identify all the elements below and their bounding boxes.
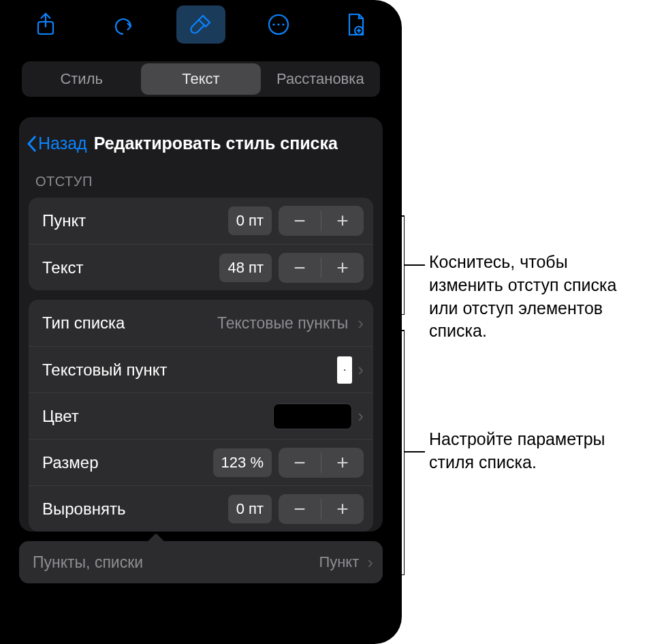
chevron-right-icon: ›: [352, 313, 364, 334]
align-value[interactable]: 0 пт: [228, 495, 272, 523]
callout-leader: [405, 264, 425, 266]
style-group: Тип списка Текстовые пункты › Текстовый …: [29, 300, 373, 532]
text-indent-value[interactable]: 48 пт: [219, 254, 272, 282]
top-toolbar: [0, 0, 402, 49]
list-type-row[interactable]: Тип списка Текстовые пункты ›: [29, 300, 373, 346]
list-type-label: Тип списка: [42, 313, 217, 333]
align-increase[interactable]: +: [321, 494, 364, 524]
align-label: Выровнять: [42, 500, 228, 519]
callout-bracket: [392, 330, 405, 575]
indent-annotation: Коснитесь, чтобы изменить отступ списка …: [429, 251, 633, 343]
back-label: Назад: [38, 134, 87, 153]
bullet-indent-value[interactable]: 0 пт: [228, 206, 272, 235]
tab-text[interactable]: Текст: [141, 70, 260, 88]
document-settings-button[interactable]: [332, 5, 381, 44]
edit-list-style-panel: Назад Редактировать стиль списка ОТСТУП …: [19, 117, 383, 532]
bullets-lists-value: Пункт: [319, 553, 359, 571]
bullet-indent-decrease[interactable]: −: [279, 206, 321, 236]
indent-group: Пункт 0 пт − + Текст 48 пт − +: [29, 198, 373, 290]
align-decrease[interactable]: −: [279, 494, 321, 524]
text-bullet-label: Текстовый пункт: [42, 361, 337, 380]
color-label: Цвет: [42, 407, 273, 426]
panel-title: Редактировать стиль списка: [94, 134, 338, 153]
format-button[interactable]: [176, 5, 225, 44]
text-indent-increase[interactable]: +: [321, 253, 364, 283]
chevron-right-icon: ›: [362, 552, 373, 573]
align-stepper: − +: [279, 494, 364, 524]
indent-section-label: ОТСТУП: [19, 168, 383, 195]
chevron-right-icon: ›: [352, 405, 364, 427]
color-row[interactable]: Цвет ›: [29, 393, 373, 439]
text-bullet-row[interactable]: Текстовый пункт · ›: [29, 346, 373, 393]
svg-point-4: [282, 23, 284, 25]
size-value[interactable]: 123 %: [213, 448, 272, 477]
share-button[interactable]: [21, 5, 70, 44]
tab-layout[interactable]: Расстановка: [261, 70, 380, 88]
text-bullet-glyph-swatch: ·: [337, 356, 352, 384]
svg-point-3: [277, 23, 279, 25]
text-indent-stepper: − +: [279, 253, 364, 283]
style-annotation: Настройте параметры стиля списка.: [429, 428, 633, 474]
undo-button[interactable]: [99, 5, 148, 44]
size-increase[interactable]: +: [321, 448, 364, 478]
callout-leader: [405, 451, 425, 453]
text-indent-decrease[interactable]: −: [279, 253, 321, 283]
bullets-lists-row[interactable]: Пункты, списки Пункт ›: [19, 541, 383, 583]
bullet-indent-increase[interactable]: +: [321, 206, 364, 236]
segmented-control: Стиль Текст Расстановка: [22, 61, 380, 97]
bullet-indent-label: Пункт: [42, 211, 228, 230]
size-decrease[interactable]: −: [279, 448, 321, 478]
chevron-right-icon: ›: [352, 359, 364, 380]
tab-style[interactable]: Стиль: [22, 70, 141, 88]
bullet-indent-stepper: − +: [279, 206, 364, 236]
back-button[interactable]: Назад: [26, 134, 87, 153]
size-stepper: − +: [279, 448, 364, 478]
size-label: Размер: [42, 453, 213, 472]
callout-bracket: [392, 215, 405, 315]
bullets-lists-label: Пункты, списки: [33, 553, 319, 572]
svg-point-2: [272, 23, 274, 25]
list-type-value: Текстовые пункты: [217, 314, 348, 333]
text-indent-label: Текст: [42, 258, 219, 277]
more-button[interactable]: [254, 5, 303, 44]
color-swatch: [273, 403, 352, 429]
